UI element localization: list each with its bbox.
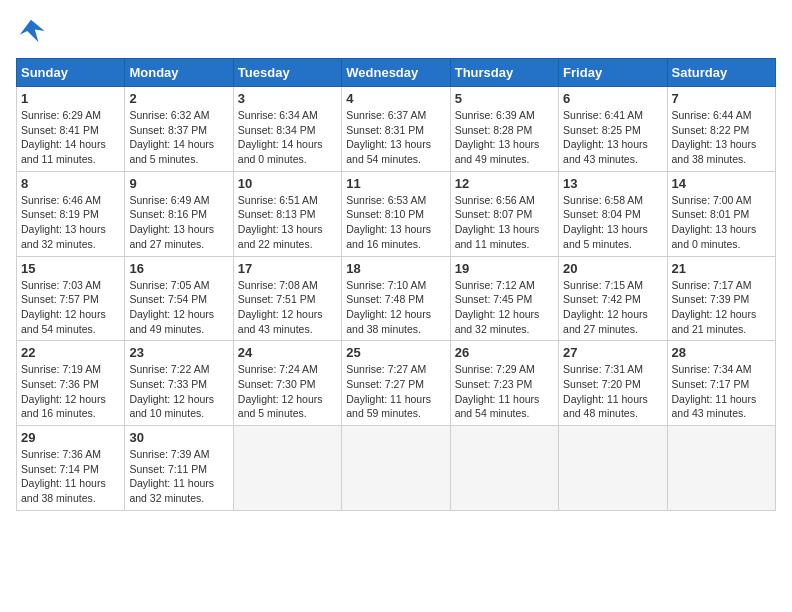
day-number: 1	[21, 91, 120, 106]
day-info: Sunrise: 7:12 AM Sunset: 7:45 PM Dayligh…	[455, 278, 554, 337]
day-number: 28	[672, 345, 771, 360]
day-number: 23	[129, 345, 228, 360]
calendar-week-row: 29 Sunrise: 7:36 AM Sunset: 7:14 PM Dayl…	[17, 426, 776, 511]
day-number: 2	[129, 91, 228, 106]
calendar-day-cell: 7 Sunrise: 6:44 AM Sunset: 8:22 PM Dayli…	[667, 87, 775, 172]
day-info: Sunrise: 7:15 AM Sunset: 7:42 PM Dayligh…	[563, 278, 662, 337]
calendar-day-cell: 26 Sunrise: 7:29 AM Sunset: 7:23 PM Dayl…	[450, 341, 558, 426]
calendar-day-cell	[342, 426, 450, 511]
day-info: Sunrise: 7:24 AM Sunset: 7:30 PM Dayligh…	[238, 362, 337, 421]
calendar-day-cell: 4 Sunrise: 6:37 AM Sunset: 8:31 PM Dayli…	[342, 87, 450, 172]
day-info: Sunrise: 6:56 AM Sunset: 8:07 PM Dayligh…	[455, 193, 554, 252]
day-info: Sunrise: 6:46 AM Sunset: 8:19 PM Dayligh…	[21, 193, 120, 252]
svg-marker-0	[20, 20, 45, 43]
day-number: 26	[455, 345, 554, 360]
day-info: Sunrise: 7:27 AM Sunset: 7:27 PM Dayligh…	[346, 362, 445, 421]
day-number: 10	[238, 176, 337, 191]
calendar-day-cell: 13 Sunrise: 6:58 AM Sunset: 8:04 PM Dayl…	[559, 171, 667, 256]
weekday-header: Wednesday	[342, 59, 450, 87]
weekday-header: Monday	[125, 59, 233, 87]
calendar-day-cell: 9 Sunrise: 6:49 AM Sunset: 8:16 PM Dayli…	[125, 171, 233, 256]
day-number: 22	[21, 345, 120, 360]
day-number: 29	[21, 430, 120, 445]
calendar-day-cell	[233, 426, 341, 511]
day-number: 7	[672, 91, 771, 106]
day-info: Sunrise: 7:03 AM Sunset: 7:57 PM Dayligh…	[21, 278, 120, 337]
calendar-week-row: 8 Sunrise: 6:46 AM Sunset: 8:19 PM Dayli…	[17, 171, 776, 256]
day-info: Sunrise: 6:34 AM Sunset: 8:34 PM Dayligh…	[238, 108, 337, 167]
day-info: Sunrise: 6:37 AM Sunset: 8:31 PM Dayligh…	[346, 108, 445, 167]
calendar-week-row: 15 Sunrise: 7:03 AM Sunset: 7:57 PM Dayl…	[17, 256, 776, 341]
calendar-day-cell: 5 Sunrise: 6:39 AM Sunset: 8:28 PM Dayli…	[450, 87, 558, 172]
day-info: Sunrise: 7:10 AM Sunset: 7:48 PM Dayligh…	[346, 278, 445, 337]
day-info: Sunrise: 7:05 AM Sunset: 7:54 PM Dayligh…	[129, 278, 228, 337]
day-info: Sunrise: 7:17 AM Sunset: 7:39 PM Dayligh…	[672, 278, 771, 337]
day-number: 21	[672, 261, 771, 276]
calendar-table: SundayMondayTuesdayWednesdayThursdayFrid…	[16, 58, 776, 511]
day-number: 12	[455, 176, 554, 191]
calendar-day-cell: 27 Sunrise: 7:31 AM Sunset: 7:20 PM Dayl…	[559, 341, 667, 426]
calendar-day-cell: 17 Sunrise: 7:08 AM Sunset: 7:51 PM Dayl…	[233, 256, 341, 341]
day-info: Sunrise: 6:39 AM Sunset: 8:28 PM Dayligh…	[455, 108, 554, 167]
day-number: 25	[346, 345, 445, 360]
day-number: 17	[238, 261, 337, 276]
calendar-day-cell: 30 Sunrise: 7:39 AM Sunset: 7:11 PM Dayl…	[125, 426, 233, 511]
day-info: Sunrise: 7:34 AM Sunset: 7:17 PM Dayligh…	[672, 362, 771, 421]
day-number: 5	[455, 91, 554, 106]
day-info: Sunrise: 6:44 AM Sunset: 8:22 PM Dayligh…	[672, 108, 771, 167]
day-number: 3	[238, 91, 337, 106]
calendar-day-cell: 6 Sunrise: 6:41 AM Sunset: 8:25 PM Dayli…	[559, 87, 667, 172]
day-info: Sunrise: 6:49 AM Sunset: 8:16 PM Dayligh…	[129, 193, 228, 252]
calendar-day-cell: 10 Sunrise: 6:51 AM Sunset: 8:13 PM Dayl…	[233, 171, 341, 256]
calendar-week-row: 1 Sunrise: 6:29 AM Sunset: 8:41 PM Dayli…	[17, 87, 776, 172]
day-info: Sunrise: 6:51 AM Sunset: 8:13 PM Dayligh…	[238, 193, 337, 252]
day-info: Sunrise: 7:22 AM Sunset: 7:33 PM Dayligh…	[129, 362, 228, 421]
day-info: Sunrise: 7:29 AM Sunset: 7:23 PM Dayligh…	[455, 362, 554, 421]
calendar-day-cell: 25 Sunrise: 7:27 AM Sunset: 7:27 PM Dayl…	[342, 341, 450, 426]
day-number: 15	[21, 261, 120, 276]
calendar-day-cell: 28 Sunrise: 7:34 AM Sunset: 7:17 PM Dayl…	[667, 341, 775, 426]
calendar-day-cell: 29 Sunrise: 7:36 AM Sunset: 7:14 PM Dayl…	[17, 426, 125, 511]
calendar-day-cell: 11 Sunrise: 6:53 AM Sunset: 8:10 PM Dayl…	[342, 171, 450, 256]
weekday-header: Tuesday	[233, 59, 341, 87]
calendar-day-cell: 18 Sunrise: 7:10 AM Sunset: 7:48 PM Dayl…	[342, 256, 450, 341]
calendar-week-row: 22 Sunrise: 7:19 AM Sunset: 7:36 PM Dayl…	[17, 341, 776, 426]
day-info: Sunrise: 7:19 AM Sunset: 7:36 PM Dayligh…	[21, 362, 120, 421]
day-info: Sunrise: 6:41 AM Sunset: 8:25 PM Dayligh…	[563, 108, 662, 167]
calendar-day-cell: 3 Sunrise: 6:34 AM Sunset: 8:34 PM Dayli…	[233, 87, 341, 172]
day-number: 14	[672, 176, 771, 191]
calendar-day-cell: 21 Sunrise: 7:17 AM Sunset: 7:39 PM Dayl…	[667, 256, 775, 341]
day-info: Sunrise: 6:32 AM Sunset: 8:37 PM Dayligh…	[129, 108, 228, 167]
day-info: Sunrise: 6:53 AM Sunset: 8:10 PM Dayligh…	[346, 193, 445, 252]
day-number: 20	[563, 261, 662, 276]
logo	[16, 16, 50, 46]
day-number: 18	[346, 261, 445, 276]
calendar-day-cell: 16 Sunrise: 7:05 AM Sunset: 7:54 PM Dayl…	[125, 256, 233, 341]
weekday-header: Sunday	[17, 59, 125, 87]
calendar-day-cell: 2 Sunrise: 6:32 AM Sunset: 8:37 PM Dayli…	[125, 87, 233, 172]
logo-icon	[16, 16, 46, 46]
day-number: 27	[563, 345, 662, 360]
calendar-day-cell: 1 Sunrise: 6:29 AM Sunset: 8:41 PM Dayli…	[17, 87, 125, 172]
calendar-day-cell	[559, 426, 667, 511]
page-header	[16, 16, 776, 46]
day-info: Sunrise: 7:39 AM Sunset: 7:11 PM Dayligh…	[129, 447, 228, 506]
weekday-header: Saturday	[667, 59, 775, 87]
day-info: Sunrise: 6:58 AM Sunset: 8:04 PM Dayligh…	[563, 193, 662, 252]
day-number: 4	[346, 91, 445, 106]
calendar-day-cell	[667, 426, 775, 511]
weekday-header-row: SundayMondayTuesdayWednesdayThursdayFrid…	[17, 59, 776, 87]
calendar-day-cell: 8 Sunrise: 6:46 AM Sunset: 8:19 PM Dayli…	[17, 171, 125, 256]
calendar-day-cell: 22 Sunrise: 7:19 AM Sunset: 7:36 PM Dayl…	[17, 341, 125, 426]
day-number: 6	[563, 91, 662, 106]
day-number: 11	[346, 176, 445, 191]
calendar-day-cell: 19 Sunrise: 7:12 AM Sunset: 7:45 PM Dayl…	[450, 256, 558, 341]
day-info: Sunrise: 7:08 AM Sunset: 7:51 PM Dayligh…	[238, 278, 337, 337]
day-number: 24	[238, 345, 337, 360]
day-info: Sunrise: 7:36 AM Sunset: 7:14 PM Dayligh…	[21, 447, 120, 506]
day-number: 8	[21, 176, 120, 191]
calendar-day-cell: 15 Sunrise: 7:03 AM Sunset: 7:57 PM Dayl…	[17, 256, 125, 341]
day-number: 16	[129, 261, 228, 276]
day-info: Sunrise: 7:00 AM Sunset: 8:01 PM Dayligh…	[672, 193, 771, 252]
calendar-day-cell: 20 Sunrise: 7:15 AM Sunset: 7:42 PM Dayl…	[559, 256, 667, 341]
